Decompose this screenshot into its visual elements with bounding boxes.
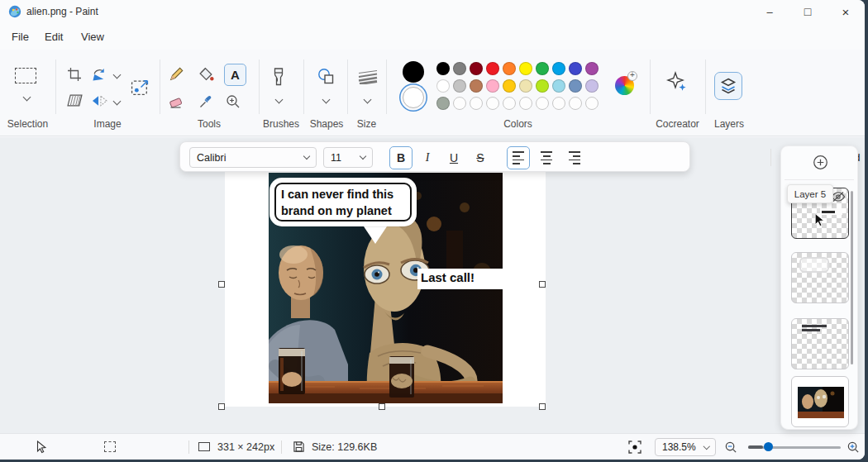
color-swatch[interactable] bbox=[453, 97, 466, 110]
color-swatch[interactable] bbox=[453, 62, 466, 75]
color-swatch[interactable] bbox=[569, 79, 582, 93]
align-left-button[interactable] bbox=[507, 146, 530, 169]
drawing-canvas[interactable]: I can never find this brand on my planet… bbox=[225, 169, 546, 407]
group-label-tools: Tools bbox=[160, 118, 259, 130]
underline-button[interactable]: U bbox=[442, 146, 465, 169]
color-swatch[interactable] bbox=[436, 62, 450, 75]
eraser-icon[interactable] bbox=[168, 93, 184, 110]
zoom-in-icon[interactable] bbox=[847, 441, 860, 454]
fit-to-screen-icon[interactable] bbox=[628, 441, 641, 454]
italic-button[interactable]: I bbox=[416, 146, 439, 169]
color-swatch[interactable] bbox=[519, 62, 532, 75]
align-right-button[interactable] bbox=[563, 146, 586, 169]
caption-text[interactable]: Last call! bbox=[417, 269, 503, 289]
resize-handle-bottom-right[interactable] bbox=[539, 403, 546, 410]
speech-bubble[interactable]: I can never find this brand on my planet bbox=[274, 183, 412, 221]
rotate-icon[interactable] bbox=[92, 67, 107, 82]
font-family-select[interactable]: Calibri bbox=[189, 147, 317, 168]
font-size-select[interactable]: 11 bbox=[323, 147, 373, 168]
color-swatch[interactable] bbox=[569, 97, 582, 110]
resize-handle-bottom-center[interactable] bbox=[379, 403, 385, 410]
resize-skew-icon[interactable] bbox=[67, 94, 83, 107]
color-swatch[interactable] bbox=[536, 97, 549, 110]
menu-edit[interactable]: Edit bbox=[38, 26, 69, 46]
close-button[interactable]: × bbox=[827, 0, 865, 23]
flip-icon[interactable] bbox=[92, 94, 107, 107]
shapes-icon[interactable] bbox=[317, 68, 336, 85]
color-swatch[interactable] bbox=[503, 79, 516, 93]
canvas-size-icon bbox=[198, 442, 210, 451]
zoom-level-select[interactable]: 138.5% bbox=[655, 438, 716, 456]
resize-handle-mid-right[interactable] bbox=[539, 281, 546, 288]
zoom-out-icon[interactable] bbox=[724, 441, 737, 454]
chevron-down-icon[interactable] bbox=[364, 96, 372, 104]
resize-image-icon[interactable] bbox=[131, 79, 150, 96]
color-swatch[interactable] bbox=[486, 97, 499, 110]
color-swatch[interactable] bbox=[470, 97, 483, 110]
magnifier-tool-icon[interactable] bbox=[225, 93, 241, 110]
brushes-icon[interactable] bbox=[270, 67, 287, 87]
menu-file[interactable]: File bbox=[5, 26, 36, 46]
color-swatch[interactable] bbox=[519, 97, 532, 110]
align-center-button[interactable] bbox=[535, 146, 558, 169]
color2-swatch-selected[interactable] bbox=[403, 87, 424, 108]
pencil-icon[interactable] bbox=[168, 65, 185, 83]
add-layer-button[interactable] bbox=[813, 155, 828, 170]
selection-tool-button[interactable] bbox=[15, 68, 36, 83]
layer-thumbnail-text[interactable] bbox=[791, 318, 849, 369]
color-swatch[interactable] bbox=[486, 62, 499, 75]
color-swatch[interactable] bbox=[536, 79, 549, 93]
divider bbox=[650, 60, 651, 114]
color-swatch[interactable] bbox=[552, 62, 565, 75]
zoom-level-value: 138.5% bbox=[662, 441, 696, 453]
chevron-down-icon bbox=[360, 153, 366, 160]
color-swatch[interactable] bbox=[585, 79, 599, 93]
color-swatch[interactable] bbox=[453, 79, 466, 93]
text-tool-button[interactable]: A bbox=[224, 64, 246, 86]
crop-icon[interactable] bbox=[67, 67, 82, 82]
layers-scrollbar[interactable] bbox=[851, 191, 853, 364]
color-swatch[interactable] bbox=[486, 79, 499, 93]
edit-colors-wheel-icon[interactable] bbox=[615, 76, 634, 95]
text-options-toolbar: Calibri 11 B I U S Backg bbox=[179, 141, 690, 172]
file-size-text: Size: 129.6KB bbox=[312, 441, 377, 453]
color-swatch[interactable] bbox=[585, 62, 599, 75]
color-swatch[interactable] bbox=[569, 62, 582, 75]
fill-bucket-icon[interactable] bbox=[198, 65, 215, 83]
chevron-down-icon[interactable] bbox=[113, 71, 122, 79]
color-swatch[interactable] bbox=[503, 62, 516, 75]
layer-thumbnail-bubble[interactable] bbox=[791, 252, 849, 303]
minimize-button[interactable]: – bbox=[751, 0, 789, 23]
strikethrough-button[interactable]: S bbox=[469, 146, 492, 169]
layers-panel-button[interactable] bbox=[714, 72, 742, 100]
color-swatch[interactable] bbox=[585, 97, 599, 110]
align-center-icon bbox=[541, 151, 552, 164]
color-swatch[interactable] bbox=[436, 79, 450, 93]
color-swatch[interactable] bbox=[536, 62, 549, 75]
color-picker-icon[interactable] bbox=[198, 93, 214, 110]
color-swatch[interactable] bbox=[503, 97, 516, 110]
color-swatch[interactable] bbox=[470, 79, 483, 93]
chevron-down-icon[interactable] bbox=[113, 98, 122, 106]
layer-thumbnail-photo[interactable] bbox=[791, 376, 849, 427]
resize-handle-bottom-left[interactable] bbox=[218, 403, 225, 410]
color1-swatch[interactable] bbox=[403, 61, 424, 83]
zoom-slider-handle[interactable] bbox=[764, 442, 773, 451]
menu-view[interactable]: View bbox=[74, 26, 111, 46]
chevron-down-icon bbox=[703, 443, 709, 450]
chevron-down-icon[interactable] bbox=[322, 96, 331, 104]
maximize-button[interactable]: □ bbox=[789, 0, 827, 23]
color-swatch[interactable] bbox=[552, 97, 565, 110]
resize-handle-mid-left[interactable] bbox=[218, 281, 225, 288]
chevron-down-icon[interactable] bbox=[23, 93, 31, 102]
divider bbox=[785, 179, 854, 180]
color-swatch[interactable] bbox=[552, 79, 565, 93]
size-icon[interactable] bbox=[357, 69, 379, 84]
color-swatch[interactable] bbox=[519, 79, 532, 93]
color-swatch[interactable] bbox=[470, 62, 483, 75]
cocreator-sparkle-icon[interactable] bbox=[665, 70, 689, 93]
divider bbox=[160, 60, 160, 114]
bold-button[interactable]: B bbox=[389, 146, 413, 169]
chevron-down-icon[interactable] bbox=[275, 96, 284, 104]
color-swatch[interactable] bbox=[436, 97, 450, 110]
